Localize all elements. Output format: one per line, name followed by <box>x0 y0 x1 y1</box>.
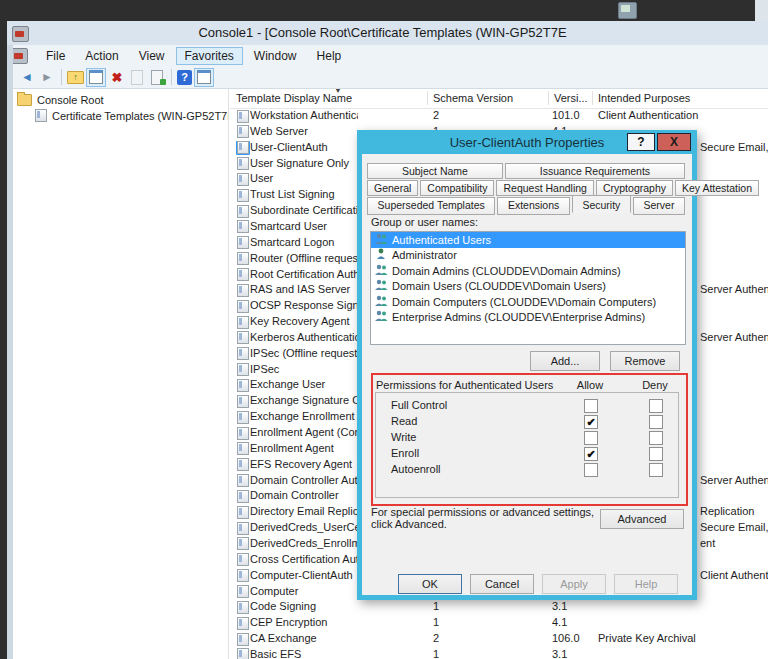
table-row[interactable]: Code Signing13.1 <box>230 599 768 615</box>
dialog-title: User-ClientAuth Properties <box>450 135 605 150</box>
console-app-icon-small <box>11 48 28 64</box>
allow-column-label: Allow <box>568 379 612 391</box>
group-list-item[interactable]: Domain Computers (CLOUDDEV\Domain Comput… <box>371 294 685 310</box>
window-title: Console1 - [Console Root\Certificate Tem… <box>7 25 758 40</box>
forward-icon[interactable]: ► <box>38 69 56 86</box>
table-row[interactable]: CA Exchange2106.0Private Key Archival <box>230 631 768 647</box>
allow-checkbox-write[interactable] <box>584 431 598 445</box>
menu-file[interactable]: File <box>37 47 74 65</box>
help-button: Help <box>614 574 678 594</box>
menu-help[interactable]: Help <box>308 47 351 65</box>
delete-icon[interactable]: ✖ <box>108 69 126 86</box>
column-header-version[interactable]: Versi... <box>554 92 588 104</box>
row-selection <box>236 125 250 139</box>
up-one-level-icon[interactable]: ↑ <box>67 71 84 84</box>
row-selection <box>236 569 250 583</box>
allow-checkbox-enroll[interactable]: ✔ <box>584 447 598 461</box>
template-name: User-ClientAuth <box>250 141 358 153</box>
deny-checkbox-full-control[interactable] <box>649 399 663 413</box>
intended-purpose-value: Replication <box>700 505 754 517</box>
row-selection <box>236 172 250 186</box>
certificate-template-icon <box>237 252 249 265</box>
certificate-template-icon <box>237 189 249 202</box>
column-divider[interactable] <box>427 91 428 105</box>
dialog-body: Subject NameIssuance Requirements Genera… <box>362 154 692 595</box>
schema-version-value: 1 <box>433 600 439 612</box>
deny-checkbox-read[interactable] <box>649 415 663 429</box>
tab-compatibility[interactable]: Compatibility <box>420 180 494 196</box>
template-name: Trust List Signing <box>250 188 358 200</box>
certificate-template-icon <box>237 316 249 329</box>
tab-general[interactable]: General <box>367 180 418 196</box>
group-list-item[interactable]: Enterprise Admins (CLOUDDEV\Enterprise A… <box>371 310 685 326</box>
template-name: Workstation Authentication <box>250 109 358 121</box>
dialog-close-button[interactable]: X <box>657 133 691 151</box>
help-icon[interactable]: ? <box>177 70 192 85</box>
tree-item-certificate-templates[interactable]: Certificate Templates (WIN-GP52T7EJ <box>35 108 229 123</box>
deny-checkbox-autoenroll[interactable] <box>649 463 663 477</box>
tree-item-console-root[interactable]: Console Root <box>17 92 104 107</box>
properties-icon[interactable] <box>128 69 146 86</box>
certificate-template-icon <box>237 490 249 503</box>
table-row[interactable]: CEP Encryption14.1 <box>230 615 768 631</box>
tab-key-attestation[interactable]: Key Attestation <box>675 180 759 196</box>
tab-issuance-requirements[interactable]: Issuance Requirements <box>505 163 685 179</box>
dialog-help-button[interactable]: ? <box>627 133 655 151</box>
tab-server[interactable]: Server <box>633 197 685 215</box>
window-titlebar[interactable]: Console1 - [Console Root\Certificate Tem… <box>7 21 768 46</box>
column-header-schema-version[interactable]: Schema Version <box>433 92 513 104</box>
group-list-item[interactable]: Domain Users (CLOUDDEV\Domain Users) <box>371 279 685 295</box>
permission-row: Full Control <box>376 398 676 414</box>
certificate-template-icon <box>237 522 249 535</box>
tab-subject-name[interactable]: Subject Name <box>367 163 503 179</box>
table-row[interactable]: Workstation Authentication2101.0Client A… <box>230 108 768 124</box>
add-button[interactable]: Add... <box>530 351 600 371</box>
tab-security[interactable]: Security <box>572 195 631 213</box>
menu-view[interactable]: View <box>130 47 174 65</box>
menu-action[interactable]: Action <box>76 47 127 65</box>
row-selection <box>236 331 250 345</box>
row-selection <box>236 632 250 646</box>
group-list-item[interactable]: Administrator <box>371 248 685 264</box>
certificate-template-icon <box>237 173 249 186</box>
tab-request-handling[interactable]: Request Handling <box>496 180 593 196</box>
group-list-item[interactable]: Authenticated Users <box>371 232 685 248</box>
row-selection <box>236 585 250 599</box>
back-icon[interactable]: ◄ <box>18 69 36 86</box>
remove-button[interactable]: Remove <box>610 351 680 371</box>
cancel-button[interactable]: Cancel <box>470 574 534 594</box>
new-window-icon[interactable] <box>194 68 214 87</box>
show-console-tree-icon[interactable] <box>86 68 106 87</box>
table-row[interactable]: Basic EFS13.1 <box>230 647 768 659</box>
intended-purpose-value: Private Key Archival <box>598 632 696 644</box>
row-selection <box>236 394 250 408</box>
column-header-intended-purposes[interactable]: Intended Purposes <box>598 92 690 104</box>
column-divider[interactable] <box>592 91 593 105</box>
menu-bar: FileActionViewFavoritesWindowHelp <box>7 45 768 66</box>
permission-name: Read <box>391 415 417 427</box>
tab-cryptography[interactable]: Cryptography <box>596 180 673 196</box>
deny-checkbox-write[interactable] <box>649 431 663 445</box>
tab-extensions[interactable]: Extensions <box>497 197 570 215</box>
ok-button[interactable]: OK <box>398 574 462 594</box>
deny-checkbox-enroll[interactable] <box>649 447 663 461</box>
tree-item-label: Console Root <box>37 94 104 106</box>
allow-checkbox-full-control[interactable] <box>584 399 598 413</box>
template-name: CA Exchange <box>250 632 358 644</box>
row-selection <box>236 283 250 297</box>
template-name: Directory Email Replication <box>250 505 358 517</box>
permission-name: Write <box>391 431 416 443</box>
menu-favorites[interactable]: Favorites <box>176 47 243 65</box>
advanced-button[interactable]: Advanced <box>600 509 684 529</box>
group-list-item[interactable]: Domain Admins (CLOUDDEV\Domain Admins) <box>371 263 685 279</box>
column-divider[interactable] <box>548 91 549 105</box>
allow-checkbox-read[interactable]: ✔ <box>584 415 598 429</box>
template-name: Computer-ClientAuth <box>250 569 358 581</box>
allow-checkbox-autoenroll[interactable] <box>584 463 598 477</box>
menu-window[interactable]: Window <box>245 47 306 65</box>
permissions-label: Permissions for Authenticated Users <box>376 379 553 391</box>
tab-superseded-templates[interactable]: Superseded Templates <box>367 197 495 215</box>
export-list-icon[interactable] <box>148 69 166 86</box>
row-selection <box>236 268 250 282</box>
permission-name: Full Control <box>391 399 447 411</box>
